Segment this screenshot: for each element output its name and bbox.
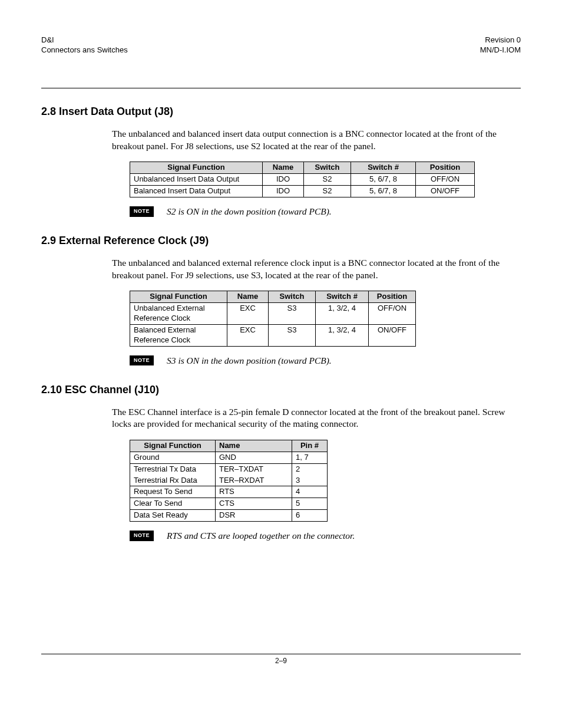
table-header: Signal Function [130, 291, 227, 303]
table-row: Balanced External Reference Clock EXC S3… [130, 324, 416, 346]
table-cell: 5, 6/7, 8 [351, 173, 416, 185]
footer-rule [41, 654, 521, 654]
table-cell: 1, 3/2, 4 [316, 302, 369, 324]
table-cell: ON/OFF [369, 324, 416, 346]
table-cell: EXC [227, 324, 269, 346]
table-cell: Terrestrial Tx Data [130, 463, 216, 475]
table-cell: TER–TXDAT [216, 463, 292, 475]
page-footer: 2–9 [41, 654, 521, 666]
table-cell: Ground [130, 452, 216, 463]
section-2-10-table: Signal Function Name Pin # Ground GND 1,… [130, 440, 328, 522]
table-header: Position [416, 162, 475, 174]
table-cell: OFF/ON [369, 302, 416, 324]
table-cell: Unbalanced External Reference Clock [130, 302, 227, 324]
note-badge: NOTE [130, 531, 154, 541]
table-cell: IDO [263, 173, 304, 185]
section-2-10-paragraph: The ESC Channel interface is a 25-pin fe… [112, 406, 515, 431]
page-header: D&I Connectors ans Switches Revision 0 M… [41, 35, 521, 55]
table-cell: Terrestrial Rx Data [130, 475, 216, 486]
table-row: Data Set Ready DSR 6 [130, 510, 328, 522]
table-row: Terrestrial Rx Data TER–RXDAT 3 [130, 475, 328, 486]
table-header: Pin # [292, 440, 328, 452]
table-cell: Balanced External Reference Clock [130, 324, 227, 346]
note-text: RTS and CTS are looped together on the c… [167, 530, 355, 542]
table-cell: 5 [292, 498, 328, 510]
table-cell: EXC [227, 302, 269, 324]
table-row: Unbalanced External Reference Clock EXC … [130, 302, 416, 324]
table-header: Signal Function [130, 162, 263, 174]
table-header: Signal Function [130, 440, 216, 452]
table-cell: ON/OFF [416, 185, 475, 197]
table-cell: 4 [292, 486, 328, 498]
table-header: Switch # [316, 291, 369, 303]
note-badge: NOTE [130, 206, 154, 217]
header-right-bottom: MN/D-I.IOM [480, 45, 521, 55]
table-cell: 1, 3/2, 4 [316, 324, 369, 346]
section-2-8-paragraph: The unbalanced and balanced insert data … [112, 128, 515, 153]
table-row: Unbalanced Insert Data Output IDO S2 5, … [130, 173, 475, 185]
table-cell: S2 [304, 185, 351, 197]
table-header: Switch # [351, 162, 416, 174]
table-cell: 2 [292, 463, 328, 475]
header-left-bottom: Connectors ans Switches [41, 45, 128, 55]
table-cell: Request To Send [130, 486, 216, 498]
table-header: Name [227, 291, 269, 303]
table-row: Request To Send RTS 4 [130, 486, 328, 498]
table-cell: S2 [304, 173, 351, 185]
table-cell: TER–RXDAT [216, 475, 292, 486]
note-text: S3 is ON in the down position (toward PC… [167, 355, 332, 367]
table-cell: 5, 6/7, 8 [351, 185, 416, 197]
table-cell: RTS [216, 486, 292, 498]
table-cell: DSR [216, 510, 292, 522]
table-cell: Balanced Insert Data Output [130, 185, 263, 197]
table-cell: 1, 7 [292, 452, 328, 463]
table-header: Position [369, 291, 416, 303]
table-header: Name [263, 162, 304, 174]
header-rule [41, 88, 521, 88]
section-2-8-table: Signal Function Name Switch Switch # Pos… [130, 162, 475, 197]
table-cell: S3 [269, 302, 316, 324]
note-badge: NOTE [130, 355, 154, 366]
section-2-10-note: NOTE RTS and CTS are looped together on … [130, 530, 521, 542]
table-row: Ground GND 1, 7 [130, 452, 328, 463]
table-header: Switch [269, 291, 316, 303]
header-left-top: D&I [41, 35, 128, 45]
table-cell: GND [216, 452, 292, 463]
section-2-9-heading: 2.9 External Reference Clock (J9) [41, 234, 521, 248]
page-number: 2–9 [41, 657, 521, 666]
table-row: Terrestrial Tx Data TER–TXDAT 2 [130, 463, 328, 475]
section-2-8-note: NOTE S2 is ON in the down position (towa… [130, 206, 521, 218]
table-cell: 3 [292, 475, 328, 486]
table-cell: IDO [263, 185, 304, 197]
header-right-top: Revision 0 [480, 35, 521, 45]
table-cell: Clear To Send [130, 498, 216, 510]
table-cell: CTS [216, 498, 292, 510]
section-2-8-heading: 2.8 Insert Data Output (J8) [41, 105, 521, 118]
note-text: S2 is ON in the down position (toward PC… [167, 206, 332, 218]
section-2-9-paragraph: The unbalanced and balanced external ref… [112, 257, 515, 282]
table-cell: Unbalanced Insert Data Output [130, 173, 263, 185]
table-cell: Data Set Ready [130, 510, 216, 522]
table-row: Balanced Insert Data Output IDO S2 5, 6/… [130, 185, 475, 197]
table-row: Clear To Send CTS 5 [130, 498, 328, 510]
section-2-9-note: NOTE S3 is ON in the down position (towa… [130, 355, 521, 367]
section-2-10-heading: 2.10 ESC Channel (J10) [41, 383, 521, 397]
table-cell: OFF/ON [416, 173, 475, 185]
table-cell: 6 [292, 510, 328, 522]
section-2-9-table: Signal Function Name Switch Switch # Pos… [130, 291, 416, 346]
table-header: Name [216, 440, 292, 452]
table-header: Switch [304, 162, 351, 174]
table-cell: S3 [269, 324, 316, 346]
